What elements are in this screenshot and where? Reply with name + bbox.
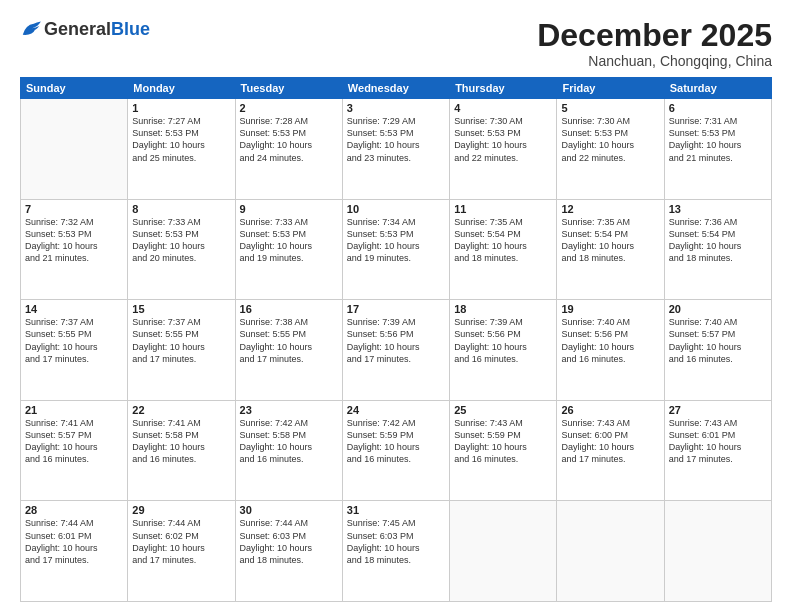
day-info: Sunrise: 7:30 AM Sunset: 5:53 PM Dayligh… xyxy=(454,115,552,164)
day-number: 8 xyxy=(132,203,230,215)
table-row: 16Sunrise: 7:38 AM Sunset: 5:55 PM Dayli… xyxy=(235,300,342,401)
day-number: 23 xyxy=(240,404,338,416)
day-number: 27 xyxy=(669,404,767,416)
col-saturday: Saturday xyxy=(664,78,771,99)
day-info: Sunrise: 7:44 AM Sunset: 6:01 PM Dayligh… xyxy=(25,517,123,566)
col-tuesday: Tuesday xyxy=(235,78,342,99)
day-number: 31 xyxy=(347,504,445,516)
table-row: 28Sunrise: 7:44 AM Sunset: 6:01 PM Dayli… xyxy=(21,501,128,602)
day-info: Sunrise: 7:32 AM Sunset: 5:53 PM Dayligh… xyxy=(25,216,123,265)
day-number: 3 xyxy=(347,102,445,114)
calendar-week-row: 1Sunrise: 7:27 AM Sunset: 5:53 PM Daylig… xyxy=(21,99,772,200)
table-row: 19Sunrise: 7:40 AM Sunset: 5:56 PM Dayli… xyxy=(557,300,664,401)
table-row: 21Sunrise: 7:41 AM Sunset: 5:57 PM Dayli… xyxy=(21,400,128,501)
day-number: 25 xyxy=(454,404,552,416)
day-info: Sunrise: 7:37 AM Sunset: 5:55 PM Dayligh… xyxy=(25,316,123,365)
day-number: 29 xyxy=(132,504,230,516)
table-row: 10Sunrise: 7:34 AM Sunset: 5:53 PM Dayli… xyxy=(342,199,449,300)
day-info: Sunrise: 7:45 AM Sunset: 6:03 PM Dayligh… xyxy=(347,517,445,566)
day-number: 11 xyxy=(454,203,552,215)
logo-blue: Blue xyxy=(111,19,150,39)
table-row: 30Sunrise: 7:44 AM Sunset: 6:03 PM Dayli… xyxy=(235,501,342,602)
bird-icon xyxy=(20,18,42,40)
calendar-week-row: 14Sunrise: 7:37 AM Sunset: 5:55 PM Dayli… xyxy=(21,300,772,401)
day-number: 18 xyxy=(454,303,552,315)
header: GeneralBlue December 2025 Nanchuan, Chon… xyxy=(20,18,772,69)
table-row xyxy=(557,501,664,602)
day-number: 19 xyxy=(561,303,659,315)
day-info: Sunrise: 7:31 AM Sunset: 5:53 PM Dayligh… xyxy=(669,115,767,164)
table-row: 31Sunrise: 7:45 AM Sunset: 6:03 PM Dayli… xyxy=(342,501,449,602)
day-info: Sunrise: 7:28 AM Sunset: 5:53 PM Dayligh… xyxy=(240,115,338,164)
table-row: 15Sunrise: 7:37 AM Sunset: 5:55 PM Dayli… xyxy=(128,300,235,401)
day-number: 14 xyxy=(25,303,123,315)
calendar-week-row: 21Sunrise: 7:41 AM Sunset: 5:57 PM Dayli… xyxy=(21,400,772,501)
day-info: Sunrise: 7:33 AM Sunset: 5:53 PM Dayligh… xyxy=(132,216,230,265)
day-number: 6 xyxy=(669,102,767,114)
table-row: 14Sunrise: 7:37 AM Sunset: 5:55 PM Dayli… xyxy=(21,300,128,401)
logo: GeneralBlue xyxy=(20,18,150,40)
day-info: Sunrise: 7:44 AM Sunset: 6:02 PM Dayligh… xyxy=(132,517,230,566)
day-info: Sunrise: 7:38 AM Sunset: 5:55 PM Dayligh… xyxy=(240,316,338,365)
day-number: 21 xyxy=(25,404,123,416)
day-info: Sunrise: 7:30 AM Sunset: 5:53 PM Dayligh… xyxy=(561,115,659,164)
col-sunday: Sunday xyxy=(21,78,128,99)
table-row: 12Sunrise: 7:35 AM Sunset: 5:54 PM Dayli… xyxy=(557,199,664,300)
day-number: 16 xyxy=(240,303,338,315)
table-row: 26Sunrise: 7:43 AM Sunset: 6:00 PM Dayli… xyxy=(557,400,664,501)
table-row: 25Sunrise: 7:43 AM Sunset: 5:59 PM Dayli… xyxy=(450,400,557,501)
table-row: 20Sunrise: 7:40 AM Sunset: 5:57 PM Dayli… xyxy=(664,300,771,401)
table-row xyxy=(664,501,771,602)
day-info: Sunrise: 7:35 AM Sunset: 5:54 PM Dayligh… xyxy=(454,216,552,265)
table-row: 2Sunrise: 7:28 AM Sunset: 5:53 PM Daylig… xyxy=(235,99,342,200)
day-number: 2 xyxy=(240,102,338,114)
calendar-header-row: Sunday Monday Tuesday Wednesday Thursday… xyxy=(21,78,772,99)
table-row: 5Sunrise: 7:30 AM Sunset: 5:53 PM Daylig… xyxy=(557,99,664,200)
day-info: Sunrise: 7:36 AM Sunset: 5:54 PM Dayligh… xyxy=(669,216,767,265)
table-row: 18Sunrise: 7:39 AM Sunset: 5:56 PM Dayli… xyxy=(450,300,557,401)
day-number: 26 xyxy=(561,404,659,416)
col-wednesday: Wednesday xyxy=(342,78,449,99)
location-subtitle: Nanchuan, Chongqing, China xyxy=(537,53,772,69)
table-row: 9Sunrise: 7:33 AM Sunset: 5:53 PM Daylig… xyxy=(235,199,342,300)
day-info: Sunrise: 7:41 AM Sunset: 5:58 PM Dayligh… xyxy=(132,417,230,466)
table-row: 27Sunrise: 7:43 AM Sunset: 6:01 PM Dayli… xyxy=(664,400,771,501)
table-row: 22Sunrise: 7:41 AM Sunset: 5:58 PM Dayli… xyxy=(128,400,235,501)
title-block: December 2025 Nanchuan, Chongqing, China xyxy=(537,18,772,69)
col-monday: Monday xyxy=(128,78,235,99)
calendar-table: Sunday Monday Tuesday Wednesday Thursday… xyxy=(20,77,772,602)
table-row: 11Sunrise: 7:35 AM Sunset: 5:54 PM Dayli… xyxy=(450,199,557,300)
calendar-page: GeneralBlue December 2025 Nanchuan, Chon… xyxy=(0,0,792,612)
day-number: 22 xyxy=(132,404,230,416)
day-info: Sunrise: 7:43 AM Sunset: 6:01 PM Dayligh… xyxy=(669,417,767,466)
day-number: 24 xyxy=(347,404,445,416)
table-row: 7Sunrise: 7:32 AM Sunset: 5:53 PM Daylig… xyxy=(21,199,128,300)
day-number: 1 xyxy=(132,102,230,114)
day-info: Sunrise: 7:29 AM Sunset: 5:53 PM Dayligh… xyxy=(347,115,445,164)
col-thursday: Thursday xyxy=(450,78,557,99)
day-info: Sunrise: 7:40 AM Sunset: 5:56 PM Dayligh… xyxy=(561,316,659,365)
day-info: Sunrise: 7:37 AM Sunset: 5:55 PM Dayligh… xyxy=(132,316,230,365)
day-number: 4 xyxy=(454,102,552,114)
table-row: 24Sunrise: 7:42 AM Sunset: 5:59 PM Dayli… xyxy=(342,400,449,501)
day-number: 5 xyxy=(561,102,659,114)
day-number: 7 xyxy=(25,203,123,215)
logo-text: GeneralBlue xyxy=(44,19,150,40)
table-row: 8Sunrise: 7:33 AM Sunset: 5:53 PM Daylig… xyxy=(128,199,235,300)
day-number: 12 xyxy=(561,203,659,215)
day-number: 28 xyxy=(25,504,123,516)
day-number: 9 xyxy=(240,203,338,215)
day-info: Sunrise: 7:39 AM Sunset: 5:56 PM Dayligh… xyxy=(347,316,445,365)
col-friday: Friday xyxy=(557,78,664,99)
table-row: 29Sunrise: 7:44 AM Sunset: 6:02 PM Dayli… xyxy=(128,501,235,602)
day-info: Sunrise: 7:41 AM Sunset: 5:57 PM Dayligh… xyxy=(25,417,123,466)
table-row xyxy=(21,99,128,200)
day-info: Sunrise: 7:42 AM Sunset: 5:59 PM Dayligh… xyxy=(347,417,445,466)
day-info: Sunrise: 7:43 AM Sunset: 5:59 PM Dayligh… xyxy=(454,417,552,466)
day-info: Sunrise: 7:33 AM Sunset: 5:53 PM Dayligh… xyxy=(240,216,338,265)
day-number: 13 xyxy=(669,203,767,215)
table-row: 4Sunrise: 7:30 AM Sunset: 5:53 PM Daylig… xyxy=(450,99,557,200)
logo-general: General xyxy=(44,19,111,39)
day-info: Sunrise: 7:39 AM Sunset: 5:56 PM Dayligh… xyxy=(454,316,552,365)
day-number: 17 xyxy=(347,303,445,315)
